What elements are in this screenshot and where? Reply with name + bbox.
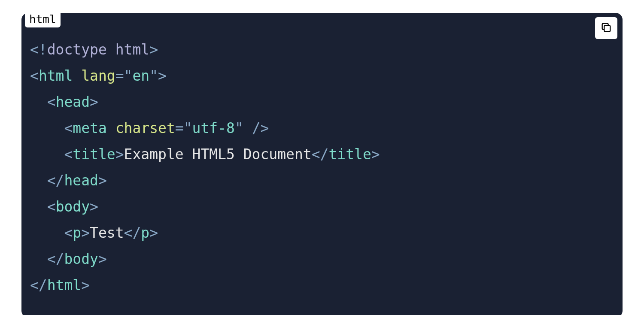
code-space — [73, 67, 81, 84]
code-punct: " — [235, 120, 243, 136]
code-content: <!doctype html> <html lang="en"> <head> … — [30, 36, 614, 298]
code-punct: < — [47, 94, 56, 110]
code-indent — [30, 198, 47, 215]
code-punct: > — [81, 277, 90, 294]
code-tag: html — [47, 277, 81, 294]
code-block: html <!doctype html> <html lang="en"> <h… — [21, 13, 623, 315]
code-punct: > — [149, 224, 158, 241]
code-punct: > — [115, 146, 124, 163]
code-text: Example HTML5 Document — [124, 146, 312, 163]
code-punct: > — [98, 251, 107, 267]
code-punct: " — [124, 67, 133, 84]
code-tag: p — [141, 224, 149, 241]
code-doctype: doctype html — [47, 41, 149, 58]
code-punct: > — [90, 94, 98, 110]
code-tag: head — [56, 94, 90, 110]
code-punct: </ — [47, 251, 64, 267]
code-tag: p — [73, 224, 81, 241]
code-space — [107, 120, 115, 136]
code-punct: > — [158, 67, 167, 84]
code-tag: meta — [73, 120, 106, 136]
code-punct: > — [98, 172, 107, 189]
code-tag: body — [56, 198, 90, 215]
code-punct: < — [30, 67, 39, 84]
code-punct: < — [64, 146, 73, 163]
code-punct: /> — [252, 120, 269, 136]
code-indent — [30, 251, 47, 267]
code-indent — [30, 172, 47, 189]
code-punct: < — [64, 224, 73, 241]
code-indent — [30, 120, 64, 136]
code-punct: = — [175, 120, 184, 136]
code-string: utf-8 — [192, 120, 235, 136]
code-punct: </ — [30, 277, 47, 294]
code-tag: title — [73, 146, 115, 163]
code-attr: lang — [81, 67, 115, 84]
code-tag: title — [328, 146, 371, 163]
code-indent — [30, 146, 64, 163]
code-punct: " — [149, 67, 158, 84]
code-punct: </ — [47, 172, 64, 189]
code-punct: > — [90, 198, 98, 215]
code-punct: = — [115, 67, 124, 84]
code-space — [243, 120, 252, 136]
code-punct: </ — [312, 146, 329, 163]
copy-button[interactable] — [595, 17, 617, 39]
code-punct: < — [64, 120, 73, 136]
code-text: Test — [90, 224, 124, 241]
code-punct: > — [81, 224, 90, 241]
code-indent — [30, 94, 47, 110]
code-attr: charset — [115, 120, 175, 136]
code-tag: body — [64, 251, 98, 267]
code-punct: " — [184, 120, 192, 136]
code-tag: html — [39, 67, 73, 84]
code-punct: </ — [124, 224, 141, 241]
code-tag: head — [64, 172, 98, 189]
code-punct: > — [371, 146, 380, 163]
code-indent — [30, 224, 64, 241]
code-punct: <! — [30, 41, 47, 58]
svg-rect-0 — [604, 25, 610, 31]
copy-icon — [600, 21, 612, 35]
code-punct: < — [47, 198, 56, 215]
code-punct: > — [149, 41, 158, 58]
language-badge: html — [25, 12, 61, 27]
code-string: en — [132, 67, 149, 84]
